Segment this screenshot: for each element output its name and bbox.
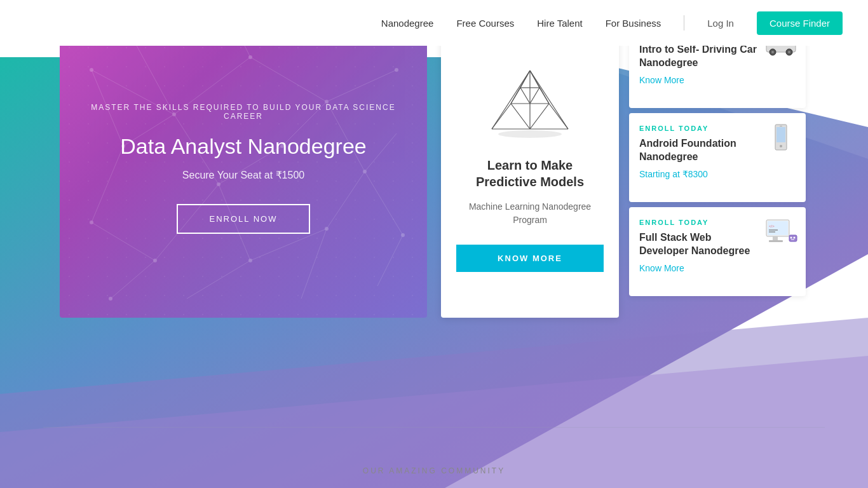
svg-line-45 (530, 71, 568, 129)
course-finder-button[interactable]: Course Finder (757, 11, 843, 35)
svg-line-54 (530, 104, 549, 129)
svg-point-62 (498, 130, 562, 138)
nav-hire-talent[interactable]: Hire Talent (537, 18, 582, 29)
svg-line-53 (511, 104, 530, 129)
svg-point-35 (217, 182, 220, 186)
svg-line-23 (111, 261, 155, 299)
svg-rect-76 (776, 127, 785, 142)
middle-card-title: Learn to Make Predictive Models (456, 157, 604, 190)
middle-card: Learn to Make Predictive Models Machine … (441, 19, 619, 318)
svg-point-31 (248, 55, 252, 59)
svg-rect-86 (789, 235, 797, 241)
right-card-fullstack: ENROLL TODAY Full Stack Web Developer Na… (629, 207, 806, 296)
svg-point-42 (401, 233, 405, 237)
svg-point-37 (363, 170, 367, 173)
phone-icon (764, 123, 798, 151)
hero-title: Data Analyst Nanodegree (120, 133, 366, 159)
svg-line-59 (539, 88, 549, 104)
svg-line-51 (492, 104, 511, 129)
navigation: Nanodegree Free Courses Hire Talent For … (0, 0, 868, 46)
nav-free-courses[interactable]: Free Courses (456, 18, 514, 29)
right-card-link-1[interactable]: Know More (639, 75, 796, 85)
right-card-price-2[interactable]: Starting at ₹8300 (639, 169, 796, 179)
svg-point-70 (788, 51, 790, 53)
svg-line-26 (377, 235, 403, 286)
nav-nanodegree[interactable]: Nanodegree (381, 18, 434, 29)
svg-point-77 (780, 145, 782, 147)
right-card-android: ENROLL TODAY Android Foundation Nanodegr… (629, 113, 806, 202)
svg-line-24 (187, 261, 250, 299)
bottom-section: OUR AMAZING COMMUNITY (0, 386, 868, 488)
hero-card: MASTER THE SKILLS REQUIRED TO BUILD YOUR… (60, 19, 427, 318)
svg-point-87 (790, 237, 792, 239)
svg-line-7 (250, 57, 327, 102)
hero-subtitle: MASTER THE SKILLS REQUIRED TO BUILD YOUR… (85, 103, 402, 121)
middle-card-description: Machine Learning Nanodegree Program (456, 200, 604, 227)
svg-line-21 (327, 172, 365, 229)
know-more-button[interactable]: KNOW MORE (456, 245, 604, 272)
right-cards-container: ENROLL TODAY Intro to Self- Driving Car … (629, 19, 806, 296)
nav-divider (684, 15, 684, 30)
svg-line-55 (520, 71, 530, 88)
svg-rect-78 (780, 126, 782, 126)
svg-line-60 (520, 88, 530, 104)
enroll-now-button[interactable]: ENROLL NOW (177, 204, 311, 234)
hero-price: Secure Your Seat at ₹1500 (182, 169, 304, 181)
svg-line-25 (301, 229, 327, 299)
svg-line-61 (530, 88, 539, 104)
network-overlay (60, 19, 427, 318)
svg-line-16 (92, 146, 123, 222)
svg-line-58 (511, 88, 520, 104)
svg-rect-80 (768, 221, 788, 235)
svg-rect-84 (773, 236, 778, 240)
svg-point-41 (325, 227, 329, 231)
svg-point-29 (90, 68, 93, 72)
pyramid-icon (485, 65, 574, 142)
svg-line-22 (365, 172, 403, 235)
computer-icon: </> (764, 217, 798, 245)
svg-point-38 (90, 220, 93, 224)
svg-point-33 (395, 68, 398, 72)
svg-line-8 (327, 70, 397, 102)
svg-point-88 (794, 237, 796, 239)
svg-rect-85 (769, 240, 783, 242)
right-card-link-3[interactable]: Know More (639, 263, 796, 273)
svg-line-56 (530, 71, 539, 88)
svg-point-68 (771, 51, 774, 53)
svg-line-15 (365, 133, 397, 172)
login-link[interactable]: Log In (707, 18, 734, 29)
nav-links: Nanodegree Free Courses Hire Talent For … (381, 11, 843, 35)
svg-text:</>: </> (769, 224, 775, 228)
svg-line-52 (549, 104, 568, 129)
community-label: OUR AMAZING COMMUNITY (363, 466, 505, 475)
nav-for-business[interactable]: For Business (606, 18, 661, 29)
svg-line-44 (492, 71, 530, 129)
svg-point-40 (248, 259, 252, 262)
svg-point-43 (109, 297, 112, 301)
svg-point-39 (153, 259, 157, 262)
svg-line-17 (92, 222, 155, 261)
